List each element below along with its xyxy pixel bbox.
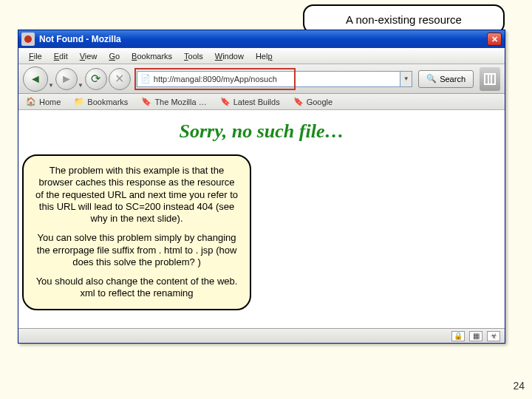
- url-input[interactable]: 📄 http://mangal:8090/myApp/nosuch: [137, 71, 400, 87]
- bookmark-icon: 🔖: [293, 98, 304, 106]
- forward-arrow-icon: ►: [61, 72, 72, 86]
- bookmark-latest-builds[interactable]: 🔖 Latest Builds: [217, 97, 283, 107]
- menu-edit[interactable]: Edit: [48, 50, 74, 62]
- bookmark-google[interactable]: 🔖 Google: [290, 97, 335, 107]
- navigation-toolbar: ◄ ▼ ► ▼ ⟳ ✕ 📄 http://mangal:8090/myApp/n…: [18, 64, 505, 94]
- forward-history-dropdown[interactable]: ▼: [78, 82, 83, 93]
- menu-go[interactable]: Go: [103, 50, 126, 62]
- callout-paragraph-1: The problem with this example is that th…: [34, 165, 239, 225]
- url-dropdown[interactable]: ▼: [400, 71, 412, 87]
- bookmark-icon: 🔖: [220, 98, 231, 106]
- back-arrow-icon: ◄: [30, 72, 41, 86]
- bookmark-home[interactable]: 🏠 Home: [23, 97, 64, 107]
- bookmark-mozilla[interactable]: 🔖 The Mozilla …: [138, 97, 209, 107]
- stop-button[interactable]: ✕: [109, 68, 131, 90]
- menu-bookmarks[interactable]: Bookmarks: [126, 50, 178, 62]
- menu-tools[interactable]: Tools: [178, 50, 209, 62]
- menu-view[interactable]: View: [74, 50, 103, 62]
- menubar: File Edit View Go Bookmarks Tools Window…: [18, 48, 505, 64]
- search-label: Search: [440, 75, 466, 83]
- page-proxy-icon: 📄: [140, 74, 151, 83]
- bookmark-icon: 🔖: [141, 98, 151, 106]
- status-component-icon: ▦: [469, 331, 482, 341]
- folder-icon: 📁: [74, 98, 84, 106]
- svg-rect-3: [491, 74, 492, 84]
- close-button[interactable]: ✕: [487, 33, 502, 46]
- annotation-callout-left: The problem with this example is that th…: [22, 154, 251, 310]
- url-text: http://mangal:8090/myApp/nosuch: [154, 75, 277, 83]
- slide-number: 24: [513, 380, 525, 392]
- menu-file[interactable]: File: [23, 50, 48, 62]
- reload-icon: ⟳: [91, 72, 100, 86]
- status-biohazard-icon: ☣: [487, 331, 500, 341]
- throbber-icon: [480, 67, 500, 91]
- window-title: Not Found - Mozilla: [39, 34, 121, 44]
- home-icon: 🏠: [26, 98, 36, 106]
- menu-window[interactable]: Window: [209, 50, 250, 62]
- menu-help[interactable]: Help: [250, 50, 279, 62]
- svg-point-0: [24, 35, 32, 43]
- bookmarks-toolbar: 🏠 Home 📁 Bookmarks 🔖 The Mozilla … 🔖 Lat…: [18, 94, 505, 110]
- back-button[interactable]: ◄: [23, 66, 48, 92]
- search-button[interactable]: 🔍 Search: [418, 70, 474, 88]
- titlebar: Not Found - Mozilla ✕: [18, 30, 505, 48]
- callout-paragraph-3: You should also change the content of th…: [34, 276, 239, 300]
- status-security-icon: 🔒: [451, 331, 465, 341]
- svg-rect-2: [488, 74, 489, 84]
- search-icon: 🔍: [426, 74, 437, 83]
- forward-button[interactable]: ►: [55, 68, 78, 90]
- close-icon: ✕: [491, 35, 498, 44]
- error-heading: Sorry, no such file…: [33, 120, 490, 143]
- bookmark-folder-bookmarks[interactable]: 📁 Bookmarks: [71, 97, 131, 107]
- app-icon: [21, 33, 35, 46]
- statusbar: 🔒 ▦ ☣: [18, 328, 505, 343]
- urlbar-container: 📄 http://mangal:8090/myApp/nosuch ▼: [137, 71, 412, 87]
- back-history-dropdown[interactable]: ▼: [48, 82, 54, 93]
- callout-paragraph-2: You can solve this problem simply by cha…: [34, 232, 239, 268]
- stop-icon: ✕: [115, 72, 124, 86]
- svg-rect-1: [485, 74, 495, 84]
- callout-top-text: A non-existing resource: [346, 13, 462, 26]
- reload-button[interactable]: ⟳: [85, 68, 107, 90]
